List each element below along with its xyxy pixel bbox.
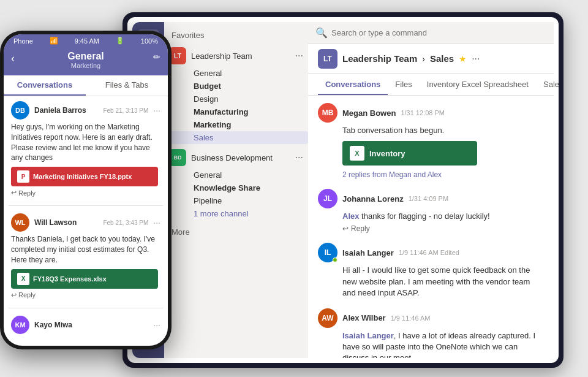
channel-pipeline[interactable]: Pipeline [164,194,308,207]
channel-design[interactable]: Design [164,93,308,105]
channel-general-leadership[interactable]: General [164,67,308,80]
phone-team-subtitle: Marketing [11,62,160,69]
message-group-3: IL Isaiah Langer 1/9 11:46 AM Edited Hi … [318,243,544,299]
phone-header: ‹ General Marketing ✏ [4,47,168,75]
msg1-attachment-name: Inventory [369,149,405,158]
phone-msg3-author: Kayo Miwa [34,321,148,329]
xlsx-icon: X [17,273,29,285]
online-indicator [333,257,337,262]
channel-more-btn[interactable]: ··· [472,53,480,64]
message-group-1: MB Megan Bowen 1/31 12:08 PM Tab convers… [318,103,544,179]
msg2-author: Johanna Lorenz [342,194,404,204]
msg2-text: Alex thanks for flagging - no delay luck… [318,211,544,222]
channel-separator: › [422,54,425,64]
channel-budget[interactable]: Budget [164,80,308,93]
msg4-mention: Isaiah Langer [342,331,394,340]
msg1-attachment[interactable]: X Inventory [342,141,477,166]
search-bar: 🔍 [308,22,554,44]
divider-2 [9,308,163,308]
channel-team-name: Leadership Team [342,53,417,64]
phone-tab-conversations[interactable]: Conversations [4,75,86,96]
msg3-time: 1/9 11:46 AM Edited [399,249,459,256]
phone-tabs: Conversations Files & Tabs [4,75,168,96]
phone-msg2-more[interactable]: ··· [153,218,160,227]
msg2-time: 1/31 4:09 PM [409,195,448,202]
divider-1 [9,205,163,206]
phone-msg1-more[interactable]: ··· [153,105,160,115]
channel-name: Sales [430,53,454,64]
channel-knowledge-share[interactable]: Knowledge Share [164,181,308,194]
msg2-header: JL Johanna Lorenz 1/31 4:09 PM [318,189,544,208]
msg4-header: AW Alex Wilber 1/9 11:46 AM [318,308,544,328]
phone-msg2-reply[interactable]: ↩ Reply [11,291,160,299]
phone-compose-btn[interactable]: ✏ [153,52,160,62]
message-group-2: JL Johanna Lorenz 1/31 4:09 PM Alex than… [318,189,544,233]
channel-star-icon[interactable]: ★ [459,54,467,64]
channel-marketing[interactable]: Marketing [164,118,308,131]
team-item-bizdev[interactable]: BD Business Development ··· [164,147,308,169]
phone-msg2-text: Thanks Daniela, I get back to you today.… [11,234,160,265]
msg1-author: Megan Bowen [342,109,396,118]
channel-manufacturing[interactable]: Manufacturing [164,105,308,118]
phone-device: Phone 📶 9:45 AM 🔋 100% ‹ General Marketi… [0,31,172,349]
phone-battery: 100% [141,37,158,45]
msg1-text: Tab conversation has begun. [318,125,544,136]
msg3-text: Hi all - I would like to get some quick … [318,265,544,299]
team-avatar-bizdev: BD [169,149,186,166]
phone-screen: Phone 📶 9:45 AM 🔋 100% ‹ General Marketi… [4,34,168,346]
msg3-author: Isaiah Langer [342,248,394,257]
team-name-leadership: Leadership Team [191,51,295,61]
phone-msg2-attachment-name: FY18Q3 Expenses.xlsx [33,275,107,283]
phone-messages: DB Daniela Barros Feb 21, 3:13 PM ··· He… [4,96,168,346]
phone-msg1-reply[interactable]: ↩ Reply [11,189,160,197]
team-more-leadership[interactable]: ··· [295,50,303,61]
team-group-leadership: LT Leadership Team ··· General Budget De… [164,45,308,144]
phone-time: 9:45 AM [75,37,99,45]
phone-msg2-time: Feb 21, 3:43 PM [103,219,148,226]
phone-msg3-more[interactable]: ··· [153,320,160,330]
team-avatar-leadership: LT [169,47,186,64]
search-icon: 🔍 [315,27,328,39]
team-item-leadership[interactable]: LT Leadership Team ··· [164,45,308,67]
phone-channel-title: General [11,51,160,62]
msg1-replies[interactable]: 2 replies from Megan and Alex [318,170,544,179]
phone-tab-files[interactable]: Files & Tabs [86,75,168,96]
team-more-bizdev[interactable]: ··· [295,152,303,163]
channel-header: LT Leadership Team › Sales ★ ··· [308,44,554,74]
phone-msg2-attachment[interactable]: X FY18Q3 Expenses.xlsx [11,269,158,289]
phone-msg1-text: Hey guys, I'm working on the Marketing I… [11,122,160,163]
msg4-text: Isaiah Langer, I have a lot of ideas alr… [318,330,544,358]
favorites-header: Favorites [164,22,308,45]
msg1-time: 1/31 12:08 PM [401,109,445,116]
msg2-mention: Alex [342,211,359,221]
phone-carrier: Phone [13,37,33,45]
team-name-bizdev: Business Development [191,153,295,162]
tab-conversations[interactable]: Conversations [318,80,388,95]
teams-more-btn[interactable]: More [164,223,308,242]
msg4-author: Alex Wilber [342,313,386,322]
msg1-header: MB Megan Bowen 1/31 12:08 PM [318,103,544,123]
channel-general-bizdev[interactable]: General [164,169,308,181]
phone-status-bar: Phone 📶 9:45 AM 🔋 100% [4,34,168,47]
search-input[interactable] [331,28,546,37]
msg3-header: IL Isaiah Langer 1/9 11:46 AM Edited [318,243,544,262]
msg1-avatar: MB [318,103,337,123]
more-channels-bizdev[interactable]: 1 more channel [164,207,308,220]
phone-msg1-attachment[interactable]: P Marketing Initiatives FY18.pptx [11,167,158,186]
phone-msg-3: KM Kayo Miwa ··· [9,316,163,337]
channel-sales[interactable]: Sales [164,131,308,144]
tablet-device: Activity Chat Teams Favorites LT Leaders… [123,12,564,368]
team-group-bizdev: BD Business Development ··· General Know… [164,147,308,220]
excel-icon: X [350,146,364,161]
pptx-icon: P [17,170,29,183]
msg2-reply-btn[interactable]: ↩ Reply [318,224,544,233]
tab-inventory[interactable]: Inventory Excel Spreadsheet [420,80,536,95]
msg3-avatar: IL [318,243,337,262]
tabs-bar: Conversations Files Inventory Excel Spre… [308,74,554,96]
tab-files[interactable]: Files [388,80,419,95]
messages-area: MB Megan Bowen 1/31 12:08 PM Tab convers… [308,96,554,358]
tab-sales-presentation[interactable]: Sales Presentation [536,80,559,95]
phone-msg1-header: DB Daniela Barros Feb 21, 3:13 PM ··· [11,101,160,120]
phone-msg-2: WL Will Lawson Feb 21, 3:43 PM ··· Thank… [9,213,163,299]
phone-battery-icon: 🔋 [116,37,124,45]
